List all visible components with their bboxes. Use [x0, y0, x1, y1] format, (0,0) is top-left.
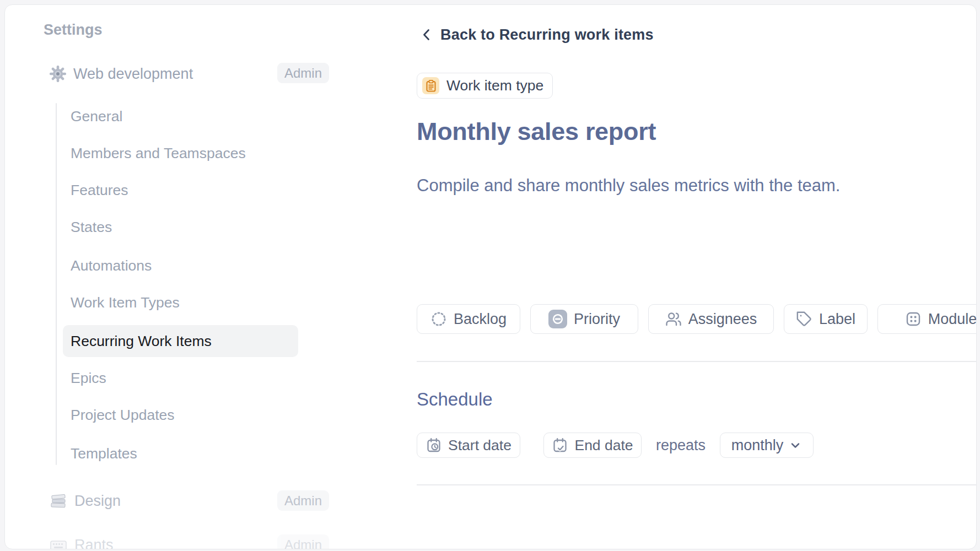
module-icon: [905, 311, 922, 327]
frequency-value: monthly: [731, 437, 784, 454]
module-label: Module: [928, 311, 977, 328]
calendar-check-icon: [552, 437, 568, 453]
sidebar-item-templates[interactable]: Templates: [71, 442, 137, 464]
settings-card: Settings: [4, 4, 977, 549]
label-label: Label: [819, 311, 855, 328]
settings-title: Settings: [44, 21, 103, 39]
schedule-row: Start date End date repeats monthly: [417, 433, 814, 458]
backlog-spinner-icon: [430, 311, 447, 327]
state-button[interactable]: Backlog: [417, 304, 520, 334]
sidebar-item-general[interactable]: General: [71, 105, 122, 127]
sidebar-project-rants[interactable]: Rants: [49, 534, 114, 549]
template-description: Compile and share monthly sales metrics …: [417, 176, 840, 196]
chevron-left-icon: [419, 27, 434, 42]
project-name: Design: [74, 493, 121, 510]
clipboard-icon: [422, 77, 439, 94]
assignees-icon: [665, 311, 682, 327]
sidebar-project-web-development[interactable]: Web development: [49, 63, 193, 85]
sidebar-indent-guide: [56, 103, 57, 465]
sidebar-item-features[interactable]: Features: [71, 179, 128, 201]
work-item-type-badge[interactable]: Work item type: [417, 73, 553, 99]
back-label: Back to Recurring work items: [440, 26, 654, 44]
end-date-button[interactable]: End date: [543, 433, 642, 458]
state-label: Backlog: [454, 311, 507, 328]
back-button[interactable]: Back to Recurring work items: [419, 24, 654, 46]
priority-label: Priority: [574, 311, 620, 328]
tag-icon: [796, 311, 812, 327]
chevron-down-icon: [789, 439, 802, 452]
properties-row: Backlog Priority Assignees: [417, 304, 977, 334]
admin-role-badge: Admin: [277, 534, 329, 549]
project-name: Web development: [73, 66, 193, 83]
sidebar-item-project-updates[interactable]: Project Updates: [71, 404, 175, 426]
sidebar-project-design[interactable]: Design: [49, 490, 121, 512]
sidebar-item-work-item-types[interactable]: Work Item Types: [71, 291, 180, 314]
admin-role-badge: Admin: [277, 490, 329, 511]
sidebar-item-recurring-work-items[interactable]: Recurring Work Items: [71, 330, 212, 352]
template-title: Monthly sales report: [417, 117, 656, 146]
gear-icon: [49, 65, 67, 83]
end-date-label: End date: [574, 437, 633, 454]
frequency-dropdown[interactable]: monthly: [720, 433, 814, 458]
books-icon: [49, 491, 68, 510]
module-button[interactable]: Module: [877, 304, 977, 334]
calendar-clock-icon: [426, 437, 442, 453]
project-name: Rants: [74, 537, 114, 550]
sidebar-item-states[interactable]: States: [71, 216, 112, 238]
start-date-label: Start date: [448, 437, 511, 454]
sidebar-item-members[interactable]: Members and Teamspaces: [71, 142, 246, 164]
assignees-label: Assignees: [688, 311, 757, 328]
priority-icon: [548, 310, 567, 328]
label-button[interactable]: Label: [784, 304, 868, 334]
work-item-type-label: Work item type: [446, 77, 543, 94]
start-date-button[interactable]: Start date: [417, 433, 520, 458]
keyboard-icon: [49, 536, 68, 549]
priority-button[interactable]: Priority: [530, 304, 638, 334]
repeats-label: repeats: [656, 437, 706, 454]
section-divider: [417, 361, 977, 362]
sidebar-item-epics[interactable]: Epics: [71, 367, 106, 389]
assignees-button[interactable]: Assignees: [648, 304, 774, 334]
admin-role-badge: Admin: [277, 63, 329, 83]
schedule-heading: Schedule: [417, 389, 493, 410]
sidebar-item-automations[interactable]: Automations: [71, 255, 152, 277]
section-divider: [417, 484, 977, 485]
